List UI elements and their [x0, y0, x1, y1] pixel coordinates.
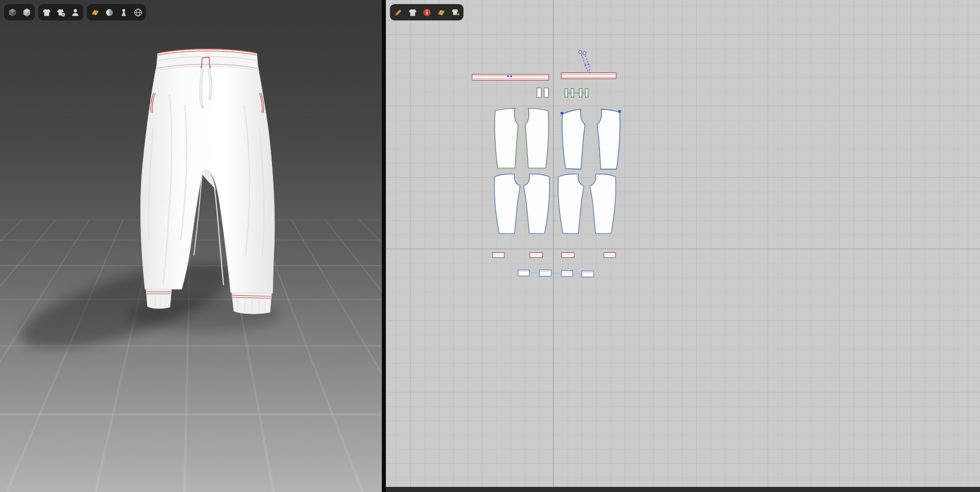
pattern-pocket-pair-1[interactable] — [518, 270, 551, 276]
pattern-canvas — [386, 0, 980, 487]
pattern-pocket-pair-2[interactable] — [551, 271, 594, 277]
fabric-icon — [436, 8, 446, 17]
sync-garment-button[interactable] — [449, 6, 462, 19]
pattern-axes — [386, 0, 980, 487]
cube-wire-icon — [22, 8, 32, 17]
garment-3d-canvas — [0, 0, 382, 492]
show-fabric-button[interactable] — [88, 6, 102, 19]
shirt-icon — [42, 8, 52, 17]
mannequin-icon — [119, 8, 129, 17]
show-fitting-button[interactable] — [54, 6, 67, 19]
pattern-info-button[interactable] — [420, 6, 433, 19]
avatar-icon — [70, 8, 80, 17]
pattern-front-leg-left-copy[interactable] — [562, 109, 585, 169]
cube-solid-icon — [8, 8, 17, 17]
pattern-waistband-left[interactable] — [472, 75, 549, 81]
viewport-3d[interactable] — [0, 0, 382, 492]
show-avatar-button[interactable] — [68, 6, 82, 19]
shirt-icon — [408, 8, 418, 17]
viewport-2d-bottom-bar — [386, 487, 980, 492]
globe-icon — [133, 8, 143, 17]
pattern-back-leg-right-copy[interactable] — [590, 174, 616, 233]
pattern-back-leg-right[interactable] — [524, 174, 550, 233]
tool-group-view-mode — [4, 4, 35, 20]
garment-design-app — [0, 0, 980, 492]
pen-icon — [394, 8, 403, 17]
shading-button[interactable] — [103, 6, 116, 19]
tool-group-pattern-tools — [390, 4, 463, 20]
tool-group-scene-options — [87, 4, 146, 20]
shirt-arrow-icon — [451, 8, 460, 17]
viewport-2d[interactable] — [386, 0, 980, 492]
pattern-front-leg-right-copy[interactable] — [597, 109, 620, 169]
show-fabric-2d-button[interactable] — [434, 6, 448, 19]
pattern-cuff-strips[interactable] — [493, 253, 616, 258]
panel-splitter[interactable] — [382, 0, 386, 492]
edit-pattern-button[interactable] — [391, 6, 405, 19]
mesh-view-button[interactable] — [20, 6, 33, 19]
pattern-waistband-right[interactable] — [561, 73, 616, 79]
pattern-back-leg-left[interactable] — [494, 174, 520, 233]
toolbar-2d — [390, 4, 463, 20]
shirt-sphere-icon — [56, 8, 66, 17]
show-environment-button[interactable] — [131, 6, 144, 19]
show-mannequin-button[interactable] — [117, 6, 130, 19]
toolbar-3d — [4, 4, 146, 20]
shaded-view-button[interactable] — [6, 6, 19, 19]
pattern-belt-loops[interactable] — [565, 89, 588, 98]
pattern-front-leg-right[interactable] — [525, 108, 549, 168]
pattern-back-leg-left-copy[interactable] — [558, 174, 584, 233]
info-icon — [422, 8, 432, 17]
half-sphere-icon — [105, 8, 114, 17]
tool-group-garment-visibility — [38, 4, 83, 20]
show-garment-2d-button[interactable] — [406, 6, 419, 19]
show-garment-button[interactable] — [40, 6, 53, 19]
pattern-eyelet-strips[interactable] — [537, 88, 549, 98]
fabric-icon — [90, 8, 100, 17]
pattern-front-leg-left[interactable] — [495, 108, 518, 168]
